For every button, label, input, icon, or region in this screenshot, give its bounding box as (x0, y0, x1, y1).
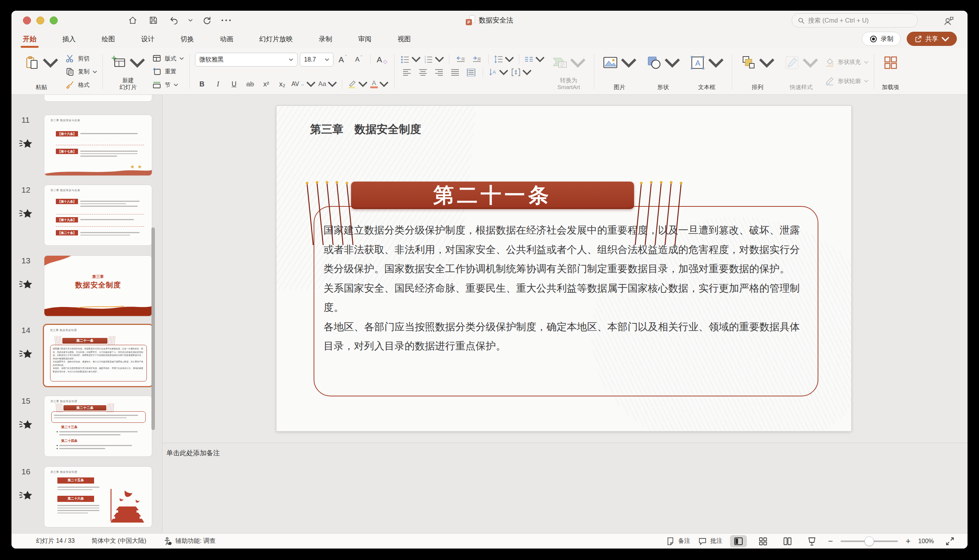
zoom-slider-thumb[interactable] (865, 536, 874, 546)
convert-to-smartart-button[interactable]: 转换为SmartArt (549, 52, 589, 92)
current-slide[interactable]: 第三章 数据安全制度 第二十一条 国家建立数据分类分级保护制度，根据数据在经济社… (277, 106, 851, 431)
copy-button[interactable]: 复制 (65, 66, 97, 78)
align-right-button[interactable] (432, 66, 446, 79)
decrease-indent-button[interactable] (454, 53, 468, 66)
record-button[interactable]: 录制 (862, 32, 901, 46)
picture-button[interactable]: 图片 (600, 52, 639, 92)
save-icon[interactable] (147, 14, 160, 27)
notes-pane[interactable]: 单击此处添加备注 (163, 443, 967, 533)
superscript-button[interactable]: x² (259, 78, 273, 91)
shrink-font-button[interactable]: Aˇ (352, 53, 365, 66)
vertical-align-button[interactable] (511, 66, 532, 79)
increase-indent-button[interactable] (470, 53, 484, 66)
font-color-button[interactable]: A (370, 78, 389, 91)
home-icon[interactable] (126, 14, 139, 27)
tab-animations[interactable]: 动画 (219, 34, 234, 43)
line-spacing-button[interactable] (493, 53, 514, 66)
paste-button[interactable]: 粘贴 (22, 52, 61, 92)
article-body-text[interactable]: 国家建立数据分类分级保护制度，根据数据在经济社会发展中的重要程度，以及一旦遭到篡… (324, 220, 809, 356)
columns-button[interactable] (524, 53, 545, 66)
thumbnail-slide-12[interactable]: 第二章 数据安全与发展 【第十八条】 【第十九条】 【第二十条】 (44, 185, 152, 246)
feedback-person-icon[interactable] (943, 15, 954, 27)
shape-fill-button[interactable]: 形状填充 (825, 57, 869, 68)
share-button[interactable]: 共享 (907, 32, 957, 46)
text-highlight-button[interactable] (347, 78, 368, 91)
character-spacing-button[interactable]: AV↔ (292, 78, 316, 91)
distribute-text-button[interactable] (464, 66, 478, 79)
text-direction-button[interactable]: A (488, 66, 509, 79)
thumbnail-scrollbar[interactable] (152, 227, 155, 430)
clear-formatting-button[interactable]: A◇ (375, 53, 389, 66)
zoom-level[interactable]: 100% (918, 538, 934, 545)
search-box[interactable] (792, 13, 918, 28)
search-input[interactable] (808, 17, 912, 24)
undo-menu-chevron-icon[interactable] (188, 19, 193, 22)
align-left-button[interactable] (400, 66, 414, 79)
text-box-button[interactable]: A 文本框 (687, 52, 727, 92)
bullets-button[interactable] (400, 53, 421, 66)
more-toolbar-options-icon[interactable]: ··· (221, 15, 232, 26)
slide-sorter-view-button[interactable] (754, 535, 771, 547)
quick-styles-button[interactable]: 快速样式 (781, 52, 821, 92)
reset-button[interactable]: 重置 (152, 66, 184, 78)
new-slide-button[interactable]: 新建幻灯片 (108, 52, 148, 92)
thumbnail-slide-16[interactable]: 第三章 数据安全制度 第二十五条 第二十六条 (44, 467, 152, 528)
tab-record[interactable]: 录制 (318, 34, 333, 43)
slide-indicator[interactable]: 幻灯片 14 / 33 (36, 537, 75, 545)
thumbnail-slide-14-selected[interactable]: 第三章 数据安全制度 第二十一条 国家建立数据分类分级保护制度，根据数据在经济社… (43, 324, 153, 387)
bold-button[interactable]: B (195, 78, 209, 91)
notes-placeholder[interactable]: 单击此处添加备注 (166, 448, 220, 458)
redo-button[interactable] (200, 14, 213, 27)
subscript-button[interactable]: x₂ (275, 78, 289, 91)
tab-view[interactable]: 视图 (397, 34, 412, 43)
zoom-window-button[interactable] (50, 17, 58, 25)
thumbnail-slide-15[interactable]: 第三章 数据安全制度 第二十二条 第二十三条 第二十四条 (44, 396, 152, 457)
notes-toggle-button[interactable]: 备注 (666, 537, 690, 546)
tab-transitions[interactable]: 切换 (180, 34, 195, 43)
fullscreen-button[interactable] (942, 535, 958, 547)
zoom-out-button[interactable]: − (828, 537, 833, 545)
tab-draw[interactable]: 绘图 (101, 34, 116, 43)
tab-insert[interactable]: 插入 (62, 34, 77, 43)
tab-design[interactable]: 设计 (140, 34, 155, 43)
reading-view-button[interactable] (779, 535, 796, 547)
thumbnail-slide-10-partial[interactable] (44, 95, 152, 102)
tab-home[interactable]: 开始 (22, 34, 37, 43)
zoom-in-button[interactable]: + (906, 537, 911, 545)
article-banner[interactable]: 第二十一条 (351, 182, 634, 209)
strikethrough-button[interactable]: ab (243, 78, 257, 91)
slide-chapter-header[interactable]: 第三章 数据安全制度 (310, 122, 421, 137)
section-icon (152, 80, 162, 90)
arrange-button[interactable]: 排列 (738, 52, 777, 92)
shapes-button[interactable]: 形状 (643, 52, 683, 92)
thumbnail-slide-13[interactable]: 第三章 数据安全制度 (44, 255, 152, 317)
zoom-slider[interactable] (841, 540, 898, 542)
slideshow-view-button[interactable] (804, 535, 820, 547)
normal-view-button[interactable] (730, 535, 747, 547)
font-size-combobox[interactable]: 18.7 (300, 53, 334, 67)
font-name-combobox[interactable]: 微软雅黑 (195, 53, 297, 67)
undo-button[interactable] (167, 14, 180, 27)
grow-font-button[interactable]: Aˆ (336, 53, 350, 66)
add-ins-button[interactable]: 加载项 (880, 52, 901, 92)
tab-slideshow[interactable]: 幻灯片放映 (259, 34, 294, 43)
numbering-button[interactable]: 123 (424, 53, 444, 66)
change-case-button[interactable]: Aa (318, 78, 337, 91)
layout-button[interactable]: 版式 (152, 53, 184, 64)
close-window-button[interactable] (23, 17, 31, 25)
justify-button[interactable] (448, 66, 462, 79)
language-indicator[interactable]: 简体中文 (中国大陆) (92, 537, 146, 545)
tab-review[interactable]: 审阅 (358, 34, 372, 43)
italic-button[interactable]: I (211, 78, 225, 91)
align-center-button[interactable] (416, 66, 430, 79)
format-painter-button[interactable]: 格式 (65, 79, 97, 91)
columns-icon (524, 54, 534, 64)
accessibility-status[interactable]: ! 辅助功能: 调查 (163, 537, 215, 546)
comments-toggle-button[interactable]: 批注 (698, 537, 722, 546)
minimize-window-button[interactable] (36, 17, 44, 25)
thumbnail-slide-11[interactable]: 第二章 数据安全与发展 【第十六条】 【第十七条】 ★ ★ (44, 115, 152, 176)
shape-outline-button[interactable]: 形状轮廓 (825, 75, 869, 87)
underline-button[interactable]: U (227, 78, 241, 91)
cut-button[interactable]: 剪切 (65, 53, 97, 64)
section-button[interactable]: 节 (152, 79, 184, 91)
